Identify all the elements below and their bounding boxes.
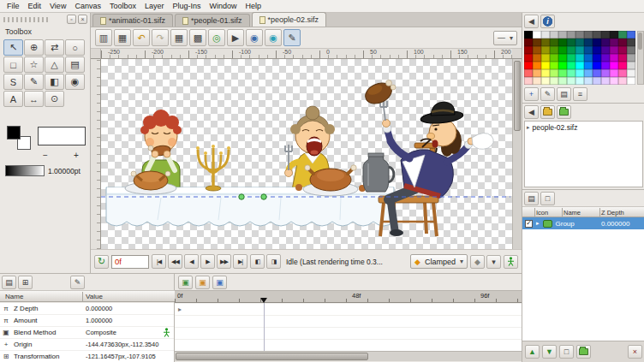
palette-color[interactable] bbox=[567, 39, 575, 46]
past-onion-button[interactable]: ◉ bbox=[246, 29, 263, 46]
palette-color[interactable] bbox=[567, 54, 575, 62]
delete-layer-button[interactable]: × bbox=[628, 345, 642, 359]
future-keyframe-lock-button[interactable]: ◨ bbox=[266, 254, 281, 269]
palette-color[interactable] bbox=[550, 46, 558, 54]
file-row[interactable]: ▸ people-02.sifz bbox=[525, 122, 642, 133]
palette-color[interactable] bbox=[550, 62, 558, 69]
palette-color[interactable] bbox=[610, 39, 618, 46]
menu-file[interactable]: File bbox=[3, 1, 24, 11]
spline-tool[interactable]: S bbox=[3, 74, 23, 90]
info-icon[interactable]: i bbox=[540, 15, 555, 28]
palette-color[interactable] bbox=[584, 46, 593, 54]
prev-keyframe-button[interactable]: ◀◀ bbox=[168, 254, 182, 269]
palette-color[interactable] bbox=[593, 69, 601, 77]
next-keyframe-button[interactable]: ▶▶ bbox=[217, 254, 231, 269]
palette-color[interactable] bbox=[584, 54, 593, 62]
palette-color[interactable] bbox=[550, 69, 558, 77]
palette-color[interactable] bbox=[524, 46, 533, 54]
seek-end-button[interactable]: ▶| bbox=[233, 254, 247, 269]
column-header-name[interactable]: Name bbox=[564, 209, 581, 217]
default-gradient-swatch[interactable] bbox=[5, 165, 45, 176]
palette-back-button[interactable]: ◀ bbox=[524, 15, 539, 28]
refresh-button[interactable]: ◎ bbox=[208, 29, 225, 46]
palette-color[interactable] bbox=[593, 54, 601, 62]
canvas-vertical-scrollbar[interactable] bbox=[512, 59, 522, 249]
raise-layer-button[interactable]: ▲ bbox=[525, 345, 540, 359]
palette-color[interactable] bbox=[627, 46, 635, 54]
width-tool[interactable]: ↔ bbox=[24, 91, 44, 107]
edit-color-button[interactable]: ✎ bbox=[540, 87, 555, 101]
menu-layer[interactable]: Layer bbox=[140, 1, 169, 11]
polygon-tool[interactable]: △ bbox=[45, 56, 64, 73]
palette-color[interactable] bbox=[533, 46, 541, 54]
palette-color[interactable] bbox=[533, 31, 541, 39]
new-group-button[interactable] bbox=[576, 345, 591, 359]
palette-color[interactable] bbox=[593, 62, 601, 69]
animate-mode-button[interactable] bbox=[504, 255, 518, 269]
undo-button[interactable]: ↶ bbox=[133, 29, 150, 46]
preview-button[interactable]: ▦ bbox=[114, 29, 131, 46]
lower-layer-button[interactable]: ▼ bbox=[542, 345, 557, 359]
palette-color[interactable] bbox=[610, 77, 618, 85]
menu-plugins[interactable]: Plug-Ins bbox=[168, 1, 205, 11]
scrollbar-thumb[interactable] bbox=[514, 61, 521, 131]
quality-combo[interactable]: — ▾ bbox=[493, 31, 517, 45]
expander-icon[interactable]: ▸ bbox=[527, 124, 530, 131]
palette-color[interactable] bbox=[524, 62, 533, 69]
palette-color[interactable] bbox=[524, 31, 533, 39]
palette-color[interactable] bbox=[524, 77, 533, 85]
palette-scrollbar[interactable] bbox=[637, 31, 644, 85]
palette-color[interactable] bbox=[575, 31, 584, 39]
palette-color[interactable] bbox=[541, 39, 550, 46]
circle-tool[interactable]: ○ bbox=[65, 39, 85, 56]
tab-people01sifz[interactable]: *people-01.sifz bbox=[175, 14, 250, 27]
palette-color[interactable] bbox=[618, 31, 627, 39]
palette-color[interactable] bbox=[593, 77, 601, 85]
tab-curves[interactable]: ▣ bbox=[195, 276, 210, 289]
mirror-tool[interactable]: ⇄ bbox=[45, 39, 64, 56]
transform-tool[interactable]: ↖ bbox=[3, 39, 23, 56]
menu-toolbox[interactable]: Toolbox bbox=[105, 1, 140, 11]
palette-color[interactable] bbox=[558, 54, 567, 62]
eyedrop-tool[interactable]: ◉ bbox=[65, 74, 85, 90]
palette-color[interactable] bbox=[533, 77, 541, 85]
palette-color[interactable] bbox=[524, 54, 533, 62]
decrease-width-button[interactable]: − bbox=[43, 151, 48, 160]
palette-color[interactable] bbox=[533, 39, 541, 46]
palette-color[interactable] bbox=[567, 69, 575, 77]
expander-icon[interactable]: ▸ bbox=[178, 306, 182, 313]
palette-color[interactable] bbox=[610, 69, 618, 77]
timetrack-content[interactable]: ▸ bbox=[175, 303, 522, 351]
rectangle-tool[interactable]: □ bbox=[3, 56, 23, 73]
future-onion-button[interactable]: ◉ bbox=[265, 29, 282, 46]
palette-color[interactable] bbox=[558, 31, 567, 39]
menu-window[interactable]: Window bbox=[205, 1, 241, 11]
expander-icon[interactable]: ▸ bbox=[536, 220, 540, 227]
palette-color[interactable] bbox=[618, 39, 627, 46]
draw-tool[interactable]: ✎ bbox=[24, 74, 44, 90]
seek-begin-button[interactable]: |◀ bbox=[152, 254, 166, 269]
column-divider[interactable] bbox=[82, 292, 83, 301]
timetrack-scrollbar[interactable] bbox=[175, 351, 522, 361]
edit-mode-button[interactable]: ✎ bbox=[283, 29, 301, 46]
palette-color[interactable] bbox=[627, 62, 635, 69]
palette-color[interactable] bbox=[541, 62, 550, 69]
layers-menu-button[interactable]: ▤ bbox=[524, 192, 539, 205]
layer-visibility-checkbox[interactable]: ✓ bbox=[525, 220, 533, 228]
column-header-name[interactable]: Name bbox=[5, 293, 23, 300]
up-folder-button[interactable] bbox=[540, 105, 555, 119]
past-keyframe-lock-button[interactable]: ◧ bbox=[250, 254, 265, 269]
palette-color[interactable] bbox=[601, 54, 610, 62]
tab-parameters[interactable]: ▤ bbox=[2, 276, 16, 289]
palette-color[interactable] bbox=[610, 62, 618, 69]
scrollbar-thumb[interactable] bbox=[176, 353, 368, 360]
palette-color[interactable] bbox=[584, 69, 593, 77]
select-mode-button[interactable]: ▶ bbox=[227, 29, 244, 46]
palette-color[interactable] bbox=[567, 62, 575, 69]
menu-help[interactable]: Help bbox=[242, 1, 266, 11]
palette-color[interactable] bbox=[550, 77, 558, 85]
palette-color[interactable] bbox=[575, 39, 584, 46]
outline-color-swatch[interactable] bbox=[7, 126, 21, 139]
new-folder-button[interactable] bbox=[557, 105, 571, 119]
palette-color[interactable] bbox=[627, 69, 635, 77]
